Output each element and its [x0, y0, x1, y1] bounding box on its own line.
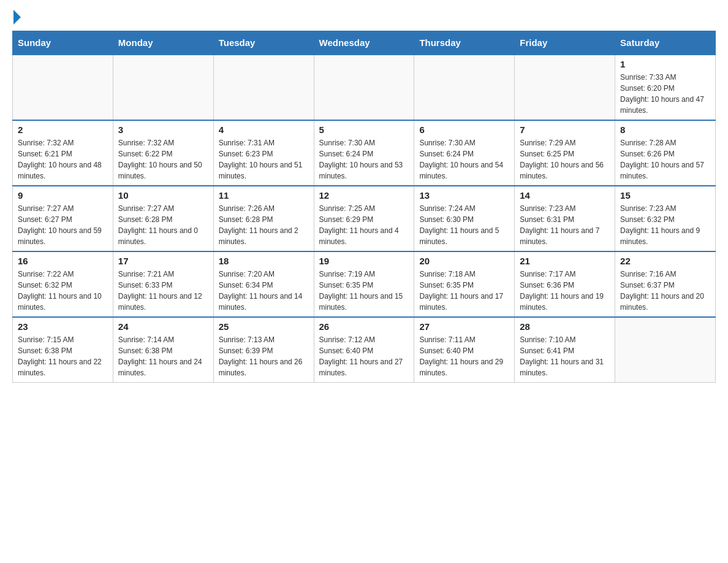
day-number: 18 [219, 256, 309, 266]
day-number: 13 [419, 190, 509, 201]
calendar-cell: 26Sunrise: 7:12 AM Sunset: 6:40 PM Dayli… [314, 317, 414, 383]
day-info: Sunrise: 7:22 AM Sunset: 6:32 PM Dayligh… [18, 269, 108, 313]
calendar-cell: 2Sunrise: 7:32 AM Sunset: 6:21 PM Daylig… [13, 120, 113, 186]
page-header [12, 12, 716, 25]
calendar-header-saturday: Saturday [615, 31, 716, 55]
day-info: Sunrise: 7:20 AM Sunset: 6:34 PM Dayligh… [219, 269, 309, 313]
day-info: Sunrise: 7:24 AM Sunset: 6:30 PM Dayligh… [419, 203, 509, 247]
calendar-cell: 5Sunrise: 7:30 AM Sunset: 6:24 PM Daylig… [314, 120, 414, 186]
calendar-cell: 17Sunrise: 7:21 AM Sunset: 6:33 PM Dayli… [113, 251, 213, 317]
day-info: Sunrise: 7:21 AM Sunset: 6:33 PM Dayligh… [118, 269, 208, 313]
calendar-cell: 28Sunrise: 7:10 AM Sunset: 6:41 PM Dayli… [515, 317, 615, 383]
calendar-cell: 6Sunrise: 7:30 AM Sunset: 6:24 PM Daylig… [414, 120, 515, 186]
calendar-header-wednesday: Wednesday [314, 31, 414, 55]
calendar-cell: 18Sunrise: 7:20 AM Sunset: 6:34 PM Dayli… [213, 251, 314, 317]
day-info: Sunrise: 7:11 AM Sunset: 6:40 PM Dayligh… [419, 334, 509, 378]
calendar-cell: 1Sunrise: 7:33 AM Sunset: 6:20 PM Daylig… [615, 55, 716, 120]
day-info: Sunrise: 7:26 AM Sunset: 6:28 PM Dayligh… [219, 203, 309, 247]
day-info: Sunrise: 7:30 AM Sunset: 6:24 PM Dayligh… [319, 137, 409, 182]
day-number: 14 [520, 190, 610, 201]
day-info: Sunrise: 7:27 AM Sunset: 6:27 PM Dayligh… [18, 203, 108, 247]
calendar-cell [113, 55, 213, 120]
day-info: Sunrise: 7:28 AM Sunset: 6:26 PM Dayligh… [620, 137, 710, 182]
day-number: 1 [620, 59, 710, 69]
calendar-cell: 15Sunrise: 7:23 AM Sunset: 6:32 PM Dayli… [615, 186, 716, 251]
day-number: 9 [18, 190, 108, 201]
day-number: 11 [219, 190, 309, 201]
day-number: 17 [118, 256, 208, 266]
day-number: 2 [18, 124, 108, 135]
calendar-cell: 11Sunrise: 7:26 AM Sunset: 6:28 PM Dayli… [213, 186, 314, 251]
calendar-cell: 9Sunrise: 7:27 AM Sunset: 6:27 PM Daylig… [13, 186, 113, 251]
day-info: Sunrise: 7:18 AM Sunset: 6:35 PM Dayligh… [419, 269, 509, 313]
week-row-5: 23Sunrise: 7:15 AM Sunset: 6:38 PM Dayli… [13, 317, 716, 383]
day-info: Sunrise: 7:13 AM Sunset: 6:39 PM Dayligh… [219, 334, 309, 378]
day-info: Sunrise: 7:16 AM Sunset: 6:37 PM Dayligh… [620, 269, 710, 313]
calendar-cell: 19Sunrise: 7:19 AM Sunset: 6:35 PM Dayli… [314, 251, 414, 317]
calendar-cell: 8Sunrise: 7:28 AM Sunset: 6:26 PM Daylig… [615, 120, 716, 186]
day-info: Sunrise: 7:27 AM Sunset: 6:28 PM Dayligh… [118, 203, 208, 247]
calendar-cell: 23Sunrise: 7:15 AM Sunset: 6:38 PM Dayli… [13, 317, 113, 383]
calendar-cell: 22Sunrise: 7:16 AM Sunset: 6:37 PM Dayli… [615, 251, 716, 317]
day-number: 12 [319, 190, 409, 201]
day-number: 28 [520, 321, 610, 332]
calendar-header-tuesday: Tuesday [213, 31, 314, 55]
day-number: 5 [319, 124, 409, 135]
calendar-cell [314, 55, 414, 120]
day-number: 26 [319, 321, 409, 332]
day-info: Sunrise: 7:19 AM Sunset: 6:35 PM Dayligh… [319, 269, 409, 313]
calendar-cell: 16Sunrise: 7:22 AM Sunset: 6:32 PM Dayli… [13, 251, 113, 317]
day-number: 16 [18, 256, 108, 266]
calendar-header-monday: Monday [113, 31, 213, 55]
day-info: Sunrise: 7:10 AM Sunset: 6:41 PM Dayligh… [520, 334, 610, 378]
week-row-1: 1Sunrise: 7:33 AM Sunset: 6:20 PM Daylig… [13, 55, 716, 120]
calendar-cell: 10Sunrise: 7:27 AM Sunset: 6:28 PM Dayli… [113, 186, 213, 251]
week-row-3: 9Sunrise: 7:27 AM Sunset: 6:27 PM Daylig… [13, 186, 716, 251]
day-info: Sunrise: 7:32 AM Sunset: 6:21 PM Dayligh… [18, 137, 108, 182]
day-number: 15 [620, 190, 710, 201]
logo-arrow-icon [13, 10, 21, 25]
day-info: Sunrise: 7:31 AM Sunset: 6:23 PM Dayligh… [219, 137, 309, 182]
day-number: 10 [118, 190, 208, 201]
day-info: Sunrise: 7:23 AM Sunset: 6:32 PM Dayligh… [620, 203, 710, 247]
calendar-cell: 12Sunrise: 7:25 AM Sunset: 6:29 PM Dayli… [314, 186, 414, 251]
day-info: Sunrise: 7:32 AM Sunset: 6:22 PM Dayligh… [118, 137, 208, 182]
day-info: Sunrise: 7:17 AM Sunset: 6:36 PM Dayligh… [520, 269, 610, 313]
calendar-header-thursday: Thursday [414, 31, 515, 55]
calendar-cell [13, 55, 113, 120]
day-number: 20 [419, 256, 509, 266]
day-number: 8 [620, 124, 710, 135]
calendar-cell: 25Sunrise: 7:13 AM Sunset: 6:39 PM Dayli… [213, 317, 314, 383]
calendar-cell: 27Sunrise: 7:11 AM Sunset: 6:40 PM Dayli… [414, 317, 515, 383]
calendar-cell: 13Sunrise: 7:24 AM Sunset: 6:30 PM Dayli… [414, 186, 515, 251]
calendar-cell: 20Sunrise: 7:18 AM Sunset: 6:35 PM Dayli… [414, 251, 515, 317]
day-number: 4 [219, 124, 309, 135]
day-number: 22 [620, 256, 710, 266]
day-info: Sunrise: 7:15 AM Sunset: 6:38 PM Dayligh… [18, 334, 108, 378]
day-number: 27 [419, 321, 509, 332]
logo [12, 12, 21, 25]
day-info: Sunrise: 7:33 AM Sunset: 6:20 PM Dayligh… [620, 72, 710, 116]
calendar-cell: 4Sunrise: 7:31 AM Sunset: 6:23 PM Daylig… [213, 120, 314, 186]
calendar-header-sunday: Sunday [13, 31, 113, 55]
day-number: 19 [319, 256, 409, 266]
day-number: 23 [18, 321, 108, 332]
calendar-header-row: SundayMondayTuesdayWednesdayThursdayFrid… [13, 31, 716, 55]
calendar-cell [213, 55, 314, 120]
calendar-header-friday: Friday [515, 31, 615, 55]
calendar-cell: 21Sunrise: 7:17 AM Sunset: 6:36 PM Dayli… [515, 251, 615, 317]
day-info: Sunrise: 7:14 AM Sunset: 6:38 PM Dayligh… [118, 334, 208, 378]
day-number: 25 [219, 321, 309, 332]
day-number: 24 [118, 321, 208, 332]
day-number: 3 [118, 124, 208, 135]
day-number: 6 [419, 124, 509, 135]
calendar-cell: 3Sunrise: 7:32 AM Sunset: 6:22 PM Daylig… [113, 120, 213, 186]
week-row-2: 2Sunrise: 7:32 AM Sunset: 6:21 PM Daylig… [13, 120, 716, 186]
day-number: 21 [520, 256, 610, 266]
calendar-table: SundayMondayTuesdayWednesdayThursdayFrid… [12, 31, 716, 383]
day-info: Sunrise: 7:23 AM Sunset: 6:31 PM Dayligh… [520, 203, 610, 247]
calendar-cell [414, 55, 515, 120]
day-number: 7 [520, 124, 610, 135]
day-info: Sunrise: 7:25 AM Sunset: 6:29 PM Dayligh… [319, 203, 409, 247]
week-row-4: 16Sunrise: 7:22 AM Sunset: 6:32 PM Dayli… [13, 251, 716, 317]
